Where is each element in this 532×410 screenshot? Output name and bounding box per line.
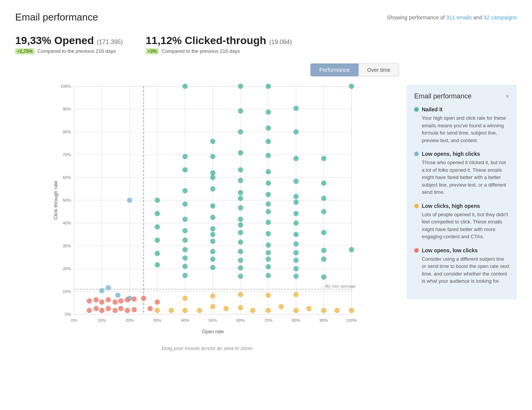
svg-text:40%: 40%: [181, 318, 189, 323]
legend-nailed-header: Nailed it: [414, 106, 509, 112]
svg-point-71: [266, 169, 271, 174]
chart-container[interactable]: My own average 100% 90% 80% 70% 60% 50% …: [15, 82, 399, 342]
svg-point-103: [293, 232, 299, 237]
svg-point-146: [182, 308, 188, 313]
svg-point-116: [349, 247, 354, 252]
svg-point-181: [147, 306, 153, 311]
svg-text:100%: 100%: [346, 318, 357, 323]
svg-point-67: [321, 156, 326, 161]
svg-point-162: [266, 293, 271, 298]
svg-point-77: [182, 188, 188, 193]
svg-point-108: [266, 242, 271, 248]
svg-text:Click-through rate: Click-through rate: [53, 181, 59, 220]
legend-orange-header: Low clicks, high opens: [414, 203, 509, 209]
svg-point-69: [210, 170, 215, 176]
drag-hint: Drag your mouse across an area to zoom: [15, 345, 399, 351]
svg-point-64: [238, 150, 243, 155]
orange-desc: Lots of people opened it, but they didn'…: [414, 211, 509, 241]
svg-point-176: [112, 299, 118, 305]
svg-point-169: [118, 306, 124, 311]
svg-point-150: [238, 305, 243, 310]
scatter-chart[interactable]: My own average 100% 90% 80% 70% 60% 50% …: [15, 82, 399, 341]
tab-performance[interactable]: Performance: [310, 63, 358, 76]
clicked-stat: 11,12% Clicked-through (19.064) +3% Comp…: [146, 35, 292, 54]
main-content: Performance Over time: [15, 63, 517, 351]
svg-point-51: [238, 84, 243, 89]
svg-point-137: [321, 274, 326, 280]
red-label: Low opens, low clicks: [422, 247, 478, 253]
header-meta-prefix: Showing performance of: [387, 14, 446, 21]
svg-text:10%: 10%: [63, 289, 71, 294]
svg-point-118: [210, 256, 215, 262]
clicked-compare: Compared to the previous 216 days: [162, 48, 240, 54]
svg-point-161: [238, 292, 243, 297]
svg-point-83: [293, 199, 299, 205]
svg-point-104: [321, 230, 326, 235]
header-meta-mid: and: [473, 14, 484, 21]
svg-point-129: [155, 211, 160, 216]
svg-point-163: [293, 292, 299, 297]
legend-item-low-opens-high-clicks: Low opens, high clicks Those who opened …: [414, 151, 509, 196]
legend-item-nailed: Nailed it Your high open and click rate …: [414, 106, 509, 144]
svg-text:0%: 0%: [65, 312, 71, 317]
opened-compare: Compared to the previous 216 days: [38, 48, 116, 54]
svg-point-95: [238, 222, 243, 228]
svg-point-88: [266, 201, 271, 207]
svg-point-173: [93, 297, 99, 302]
nailed-label: Nailed it: [422, 106, 442, 112]
svg-point-68: [182, 167, 188, 173]
svg-point-154: [293, 308, 299, 313]
svg-point-143: [115, 293, 120, 298]
svg-point-147: [197, 308, 202, 313]
svg-point-73: [238, 178, 243, 183]
info-card-title: Email performance: [414, 92, 472, 100]
svg-point-57: [266, 125, 271, 131]
red-desc: Consider using a different subject line …: [414, 255, 509, 285]
nailed-dot: [414, 107, 419, 112]
svg-point-52: [266, 84, 271, 89]
svg-point-63: [210, 154, 215, 159]
svg-text:50%: 50%: [209, 318, 217, 323]
svg-point-134: [238, 274, 243, 279]
svg-text:40%: 40%: [63, 221, 71, 225]
svg-point-62: [182, 154, 188, 159]
chart-area: Performance Over time: [15, 63, 399, 351]
svg-point-180: [141, 296, 146, 301]
svg-text:80%: 80%: [63, 130, 71, 134]
svg-point-178: [125, 297, 130, 302]
svg-point-101: [238, 230, 243, 235]
svg-point-164: [87, 308, 92, 313]
svg-point-145: [169, 308, 174, 313]
svg-point-50: [182, 84, 188, 89]
tab-over-time[interactable]: Over time: [358, 63, 399, 76]
svg-point-128: [155, 198, 160, 203]
campaigns-link[interactable]: 42 campaigns: [484, 14, 517, 21]
svg-text:20%: 20%: [63, 266, 71, 271]
info-card-close[interactable]: ×: [506, 93, 509, 100]
svg-point-174: [99, 299, 104, 305]
opened-pct: 19,33% Opened: [15, 35, 94, 46]
svg-point-93: [210, 215, 215, 220]
svg-text:80%: 80%: [292, 318, 300, 323]
clicked-stat-main: 11,12% Clicked-through (19.064): [146, 35, 292, 47]
svg-point-156: [321, 308, 326, 313]
svg-point-89: [266, 209, 271, 214]
svg-point-97: [293, 220, 299, 226]
svg-point-74: [266, 180, 271, 186]
svg-point-136: [293, 274, 299, 279]
svg-text:60%: 60%: [236, 318, 245, 323]
svg-point-117: [182, 255, 188, 261]
emails-link[interactable]: 311 emails: [446, 14, 472, 21]
svg-point-91: [321, 209, 326, 214]
svg-point-56: [266, 109, 271, 115]
svg-text:Open rate: Open rate: [202, 329, 224, 334]
svg-text:0%: 0%: [71, 318, 77, 323]
svg-point-168: [112, 308, 118, 313]
svg-point-167: [106, 306, 111, 311]
page-title: Email performance: [15, 11, 98, 23]
svg-point-139: [99, 288, 104, 293]
clicked-stat-sub: +3% Compared to the previous 216 days: [146, 48, 292, 54]
svg-point-171: [131, 307, 137, 312]
svg-text:90%: 90%: [63, 107, 71, 111]
svg-point-122: [321, 256, 326, 262]
